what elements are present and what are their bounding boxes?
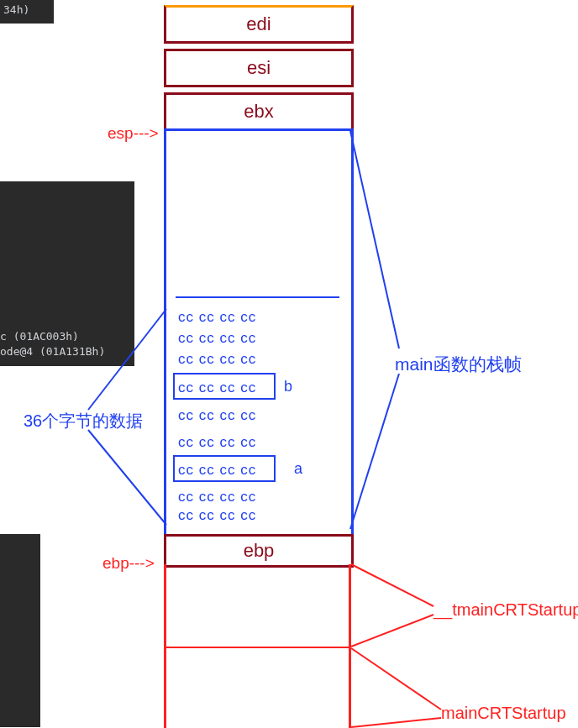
svg-line-0 [350,131,399,348]
esp-pointer: esp---> [108,124,159,143]
stack-frame-diagram: 34h) c (01AC003h) ode@4 (01A131Bh) edi e… [0,0,578,728]
reg-box-edi: edi [164,5,354,44]
tmain-label: __tmainCRTStartup [434,600,578,620]
cc-row-2: cc cc cc cc [178,330,256,347]
cc-row-1: cc cc cc cc [178,309,256,326]
cc-row-5: cc cc cc cc [178,407,256,424]
code-line-2: ode@4 (01A131Bh) [0,345,105,358]
code-fragment-mid: c (01AC003h) ode@4 (01A131Bh) [0,181,134,366]
var-b-box [173,373,276,400]
code-fragment-bottom [0,534,40,727]
svg-line-7 [351,718,441,727]
ebp-pointer: ebp---> [102,554,155,573]
maincrt-label: mainCRTStartup [441,704,566,723]
bytes36-label: 36个字节的数据 [24,410,143,432]
cc-row-8: cc cc cc cc [178,489,256,505]
svg-line-3 [88,430,166,525]
reg-box-ebp: ebp [164,534,354,568]
svg-line-4 [351,564,434,606]
code-line-1: c (01AC003h) [0,330,79,343]
var-a-label: a [294,460,302,478]
main-frame-label: main函数的栈帧 [395,353,522,376]
cc-row-6: cc cc cc cc [178,434,256,451]
var-b-label: b [284,378,292,395]
frame-separator [176,296,339,298]
reg-box-esi: esi [164,49,354,87]
stack-separator-1 [164,647,351,648]
svg-line-1 [350,374,399,529]
reg-box-ebx: ebx [164,92,354,131]
svg-line-6 [351,648,441,710]
cc-row-3: cc cc cc cc [178,351,256,368]
cc-row-9: cc cc cc cc [178,507,256,524]
svg-line-5 [351,615,434,647]
code-fragment-top: 34h) [0,0,54,24]
var-a-box [173,455,276,482]
